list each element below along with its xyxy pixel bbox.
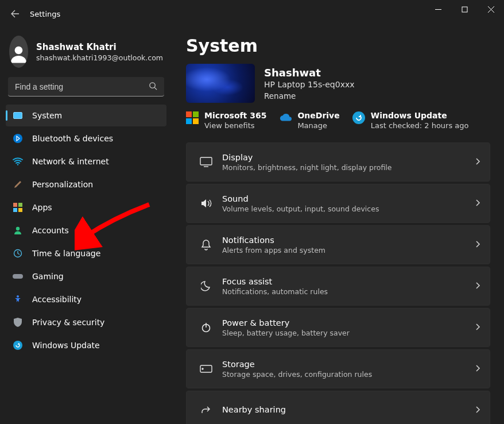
display-icon xyxy=(196,157,216,167)
card-display[interactable]: Display Monitors, brightness, night ligh… xyxy=(186,142,490,182)
card-title: Nearby sharing xyxy=(222,405,475,414)
card-title: Storage xyxy=(222,360,475,369)
profile-name: Shashwat Khatri xyxy=(36,42,163,52)
sidebar-item-personalization[interactable]: Personalization xyxy=(6,174,166,195)
onedrive-icon xyxy=(279,111,292,124)
card-focus-assist[interactable]: Focus assist Notifications, automatic ru… xyxy=(186,267,490,306)
svg-point-7 xyxy=(13,134,22,143)
svg-rect-18 xyxy=(186,111,192,117)
sidebar-item-system[interactable]: System xyxy=(6,105,166,126)
maximize-button[interactable] xyxy=(451,0,478,18)
device-block: Shashwat HP Laptop 15s-eq0xxx Rename xyxy=(186,64,490,103)
card-notifications[interactable]: Notifications Alerts from apps and syste… xyxy=(186,225,490,264)
service-title: Windows Update xyxy=(371,111,469,120)
service-title: OneDrive xyxy=(297,111,339,120)
brush-icon xyxy=(13,179,23,190)
card-title: Sound xyxy=(222,194,475,203)
svg-point-4 xyxy=(15,47,23,55)
sidebar: Shashwat Khatri shashwat.khatri1993@outl… xyxy=(0,28,172,424)
window-controls xyxy=(425,0,504,28)
sidebar-item-label: System xyxy=(32,111,62,120)
sidebar-item-label: Privacy & security xyxy=(32,318,104,327)
profile-block[interactable]: Shashwat Khatri shashwat.khatri1993@outl… xyxy=(6,30,166,76)
minimize-button[interactable] xyxy=(425,0,451,18)
card-title: Focus assist xyxy=(222,277,475,286)
bell-icon xyxy=(196,239,216,250)
chevron-right-icon xyxy=(475,282,480,291)
power-icon xyxy=(196,322,216,333)
service-title: Microsoft 365 xyxy=(204,111,266,120)
card-subtitle: Alerts from apps and system xyxy=(222,246,475,255)
svg-point-5 xyxy=(150,82,155,87)
svg-rect-19 xyxy=(193,111,199,117)
card-title: Power & battery xyxy=(222,318,475,327)
service-subtitle: Manage xyxy=(297,121,339,130)
sidebar-item-privacy-security[interactable]: Privacy & security xyxy=(6,311,166,333)
svg-rect-20 xyxy=(186,118,192,124)
title-bar: Settings xyxy=(0,0,504,28)
sidebar-item-label: Personalization xyxy=(32,180,93,189)
card-nearby-sharing[interactable]: Nearby sharing xyxy=(186,391,490,424)
svg-rect-12 xyxy=(18,208,22,212)
device-wallpaper-thumb[interactable] xyxy=(186,64,255,103)
svg-point-17 xyxy=(13,341,22,350)
microsoft-365-icon xyxy=(186,111,199,124)
sound-icon xyxy=(196,198,216,209)
rename-link[interactable]: Rename xyxy=(264,91,355,101)
device-name: Shashwat xyxy=(264,67,355,79)
storage-icon xyxy=(196,365,216,373)
card-title: Notifications xyxy=(222,236,475,245)
settings-cards: Display Monitors, brightness, night ligh… xyxy=(186,142,490,424)
search-icon xyxy=(149,82,157,92)
service-microsoft-365[interactable]: Microsoft 365 View benefits xyxy=(186,111,266,130)
service-onedrive[interactable]: OneDrive Manage xyxy=(279,111,339,130)
device-model: HP Laptop 15s-eq0xxx xyxy=(264,80,355,89)
svg-point-16 xyxy=(17,295,19,298)
sidebar-item-accounts[interactable]: Accounts xyxy=(6,219,166,241)
clock-globe-icon xyxy=(13,248,23,259)
svg-rect-21 xyxy=(193,118,199,124)
gamepad-icon xyxy=(13,271,23,282)
search-box[interactable] xyxy=(8,77,164,97)
card-power-battery[interactable]: Power & battery Sleep, battery usage, ba… xyxy=(186,308,490,347)
card-title: Display xyxy=(222,153,475,162)
svg-line-6 xyxy=(154,87,157,90)
sidebar-item-label: Apps xyxy=(32,203,52,212)
service-subtitle: Last checked: 2 hours ago xyxy=(371,121,469,130)
sidebar-item-time-language[interactable]: Time & language xyxy=(6,242,166,264)
content: System Shashwat HP Laptop 15s-eq0xxx Ren… xyxy=(172,28,504,424)
person-icon xyxy=(13,225,23,236)
share-icon xyxy=(196,406,216,415)
back-button[interactable] xyxy=(9,8,21,20)
sidebar-item-network-internet[interactable]: Network & internet xyxy=(6,151,166,172)
svg-point-8 xyxy=(17,164,19,165)
card-subtitle: Notifications, automatic rules xyxy=(222,287,475,296)
sidebar-item-windows-update[interactable]: Windows Update xyxy=(6,334,166,356)
svg-rect-10 xyxy=(18,203,22,207)
sidebar-item-label: Accessibility xyxy=(32,295,82,304)
sidebar-item-gaming[interactable]: Gaming xyxy=(6,265,166,287)
avatar xyxy=(9,36,28,68)
svg-point-13 xyxy=(16,227,20,230)
card-sound[interactable]: Sound Volume levels, output, input, soun… xyxy=(186,184,490,223)
profile-email: shashwat.khatri1993@outlook.com xyxy=(36,53,163,62)
chevron-right-icon xyxy=(475,199,480,209)
search-input[interactable] xyxy=(15,82,149,91)
chevron-right-icon xyxy=(475,240,480,250)
sidebar-item-label: Accounts xyxy=(32,226,69,235)
monitor-icon xyxy=(13,110,23,121)
card-storage[interactable]: Storage Storage space, drives, configura… xyxy=(186,349,490,388)
sidebar-item-label: Bluetooth & devices xyxy=(32,134,113,143)
wifi-icon xyxy=(13,156,23,167)
svg-rect-9 xyxy=(13,203,17,207)
sidebar-item-bluetooth-devices[interactable]: Bluetooth & devices xyxy=(6,128,166,149)
sidebar-item-label: Network & internet xyxy=(32,157,109,166)
chevron-right-icon xyxy=(475,157,480,167)
svg-rect-15 xyxy=(13,274,23,279)
service-windows-update[interactable]: Windows Update Last checked: 2 hours ago xyxy=(352,111,469,130)
sidebar-item-label: Gaming xyxy=(32,272,64,281)
sidebar-item-accessibility[interactable]: Accessibility xyxy=(6,288,166,310)
sidebar-item-apps[interactable]: Apps xyxy=(6,196,166,218)
close-button[interactable] xyxy=(478,0,504,18)
service-subtitle: View benefits xyxy=(204,121,266,130)
